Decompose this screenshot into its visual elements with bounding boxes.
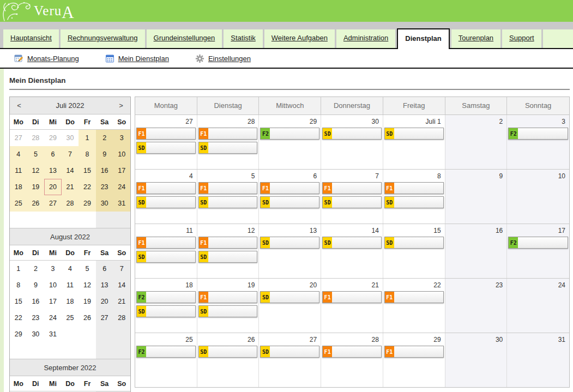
mini-day-cell[interactable]: 7: [62, 146, 79, 162]
tab-hauptansicht[interactable]: Hauptansicht: [3, 29, 59, 48]
day-cell[interactable]: 14SD: [321, 224, 383, 278]
subnav-item-mein-dienstplan[interactable]: Mein Dienstplan: [105, 54, 169, 63]
mini-day-cell[interactable]: 5: [79, 261, 96, 277]
mini-day-cell[interactable]: 4: [62, 261, 79, 277]
shift-entry-f1[interactable]: F1: [198, 182, 258, 194]
day-cell[interactable]: 15SD: [383, 224, 445, 278]
day-cell[interactable]: 20SD: [259, 279, 321, 333]
shift-entry-sd[interactable]: SD: [136, 196, 196, 208]
mini-day-cell[interactable]: 16: [27, 293, 45, 310]
mini-day-cell[interactable]: 18: [10, 179, 27, 195]
day-cell[interactable]: 18F2SD: [135, 279, 197, 333]
mini-day-cell[interactable]: 20: [96, 293, 113, 310]
mini-day-cell[interactable]: 24: [44, 310, 62, 326]
day-cell[interactable]: 30: [445, 333, 508, 387]
mini-day-cell[interactable]: 18: [62, 293, 79, 310]
day-cell[interactable]: 22F1: [383, 279, 445, 333]
mini-day-cell[interactable]: 9: [96, 146, 113, 162]
day-cell[interactable]: 2: [445, 115, 508, 169]
day-cell[interactable]: 25F2: [135, 333, 197, 387]
mini-day-cell[interactable]: 3: [113, 130, 130, 146]
shift-entry-sd[interactable]: SD: [322, 128, 382, 140]
day-cell[interactable]: 13SD: [259, 224, 321, 278]
day-cell[interactable]: 27F1SD: [135, 115, 197, 169]
mini-day-cell[interactable]: 22: [79, 179, 96, 195]
day-cell[interactable]: 30SD: [321, 115, 383, 169]
mini-day-cell[interactable]: 12: [27, 162, 45, 179]
mini-day-cell[interactable]: 16: [96, 162, 113, 179]
day-cell[interactable]: 28F1SD: [197, 115, 260, 169]
day-cell[interactable]: 27SD: [259, 333, 321, 387]
shift-entry-sd[interactable]: SD: [260, 291, 319, 303]
shift-entry-f1[interactable]: F1: [198, 237, 258, 249]
shift-entry-sd[interactable]: SD: [136, 142, 196, 154]
mini-day-cell[interactable]: 10: [113, 146, 130, 162]
day-cell[interactable]: 16: [445, 224, 508, 278]
mini-day-cell[interactable]: 25: [62, 310, 79, 326]
mini-day-cell[interactable]: 15: [10, 293, 27, 310]
mini-day-cell[interactable]: 21: [62, 179, 79, 195]
day-cell[interactable]: Juli 1SD: [383, 115, 445, 169]
mini-day-cell[interactable]: 17: [113, 162, 130, 179]
shift-entry-f1[interactable]: F1: [322, 291, 382, 303]
mini-day-cell[interactable]: 24: [113, 179, 130, 195]
shift-entry-f1[interactable]: F1: [384, 182, 444, 194]
shift-entry-sd[interactable]: SD: [384, 237, 444, 249]
mini-day-cell[interactable]: 26: [79, 310, 96, 326]
mini-day-cell[interactable]: 13: [44, 162, 62, 179]
day-cell[interactable]: 28F1: [321, 333, 383, 387]
mini-day-cell[interactable]: 4: [10, 146, 27, 162]
mini-day-cell[interactable]: 29: [10, 326, 27, 342]
day-cell[interactable]: 29F2: [259, 115, 321, 169]
day-cell[interactable]: 17F2: [507, 224, 569, 278]
shift-entry-sd[interactable]: SD: [198, 346, 258, 358]
mini-day-cell[interactable]: 1: [79, 130, 96, 146]
mini-day-cell[interactable]: 22: [10, 310, 27, 326]
subnav-item-monats-planung[interactable]: Monats-Planung: [14, 54, 79, 63]
day-cell[interactable]: 24: [507, 279, 569, 333]
mini-day-cell[interactable]: 28: [113, 310, 130, 326]
day-cell[interactable]: 6F1SD: [259, 170, 321, 224]
shift-entry-sd[interactable]: SD: [384, 196, 444, 208]
day-cell[interactable]: 3F2: [507, 115, 569, 169]
day-cell[interactable]: 5F1SD: [197, 170, 260, 224]
mini-day-cell[interactable]: 23: [96, 179, 113, 195]
mini-day-cell[interactable]: 17: [44, 293, 62, 310]
shift-entry-sd[interactable]: SD: [198, 196, 258, 208]
mini-day-cell[interactable]: 8: [10, 277, 27, 293]
shift-entry-f1[interactable]: F1: [322, 346, 382, 358]
next-month-button[interactable]: >: [112, 101, 130, 110]
mini-day-cell[interactable]: 3: [44, 261, 62, 277]
day-cell[interactable]: 26SD: [197, 333, 260, 387]
mini-day-cell[interactable]: 30: [96, 195, 113, 212]
mini-day-cell[interactable]: 28: [27, 130, 45, 146]
shift-entry-f2[interactable]: F2: [508, 237, 568, 249]
mini-day-cell[interactable]: 21: [113, 293, 130, 310]
shift-entry-f1[interactable]: F1: [136, 128, 196, 140]
day-cell[interactable]: 19F1SD: [197, 279, 260, 333]
mini-day-cell[interactable]: 6: [44, 146, 62, 162]
subnav-item-einstellungen[interactable]: Einstellungen: [195, 54, 251, 63]
day-cell[interactable]: 10: [507, 170, 569, 224]
tab-support[interactable]: Support: [502, 29, 541, 48]
day-cell[interactable]: 8F1SD: [383, 170, 445, 224]
mini-day-cell[interactable]: 29: [79, 195, 96, 212]
shift-entry-f1[interactable]: F1: [322, 182, 382, 194]
mini-day-cell[interactable]: 30: [62, 130, 79, 146]
shift-entry-sd[interactable]: SD: [198, 305, 258, 317]
mini-day-cell[interactable]: 10: [44, 277, 62, 293]
shift-entry-sd[interactable]: SD: [136, 251, 196, 263]
day-cell[interactable]: 21F1: [321, 279, 383, 333]
mini-day-cell[interactable]: 9: [27, 277, 45, 293]
tab-administration[interactable]: Administration: [336, 29, 395, 48]
mini-day-cell[interactable]: 7: [113, 261, 130, 277]
mini-day-cell[interactable]: 11: [62, 277, 79, 293]
mini-day-cell[interactable]: 26: [27, 195, 45, 212]
day-cell[interactable]: 23: [445, 279, 508, 333]
shift-entry-sd[interactable]: SD: [136, 305, 196, 317]
mini-day-cell[interactable]: 23: [27, 310, 45, 326]
day-cell[interactable]: 7F1SD: [321, 170, 383, 224]
shift-entry-f2[interactable]: F2: [508, 128, 568, 140]
mini-day-cell[interactable]: 27: [96, 310, 113, 326]
mini-day-cell[interactable]: 11: [10, 162, 27, 179]
